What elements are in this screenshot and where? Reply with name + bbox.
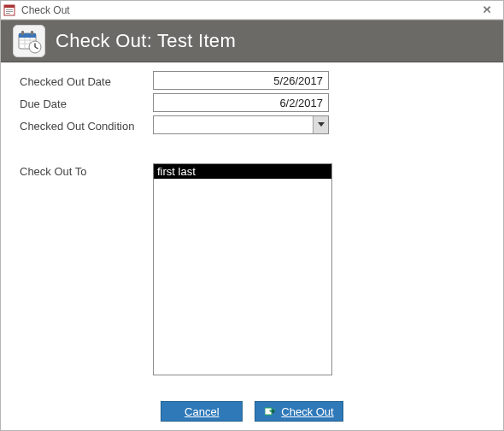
- header-title: Check Out: Test Item: [56, 30, 236, 52]
- cancel-button[interactable]: Cancel: [161, 401, 243, 422]
- checked-out-date-input[interactable]: [153, 71, 329, 90]
- row-checked-out-date: Checked Out Date: [20, 71, 484, 90]
- header-band: Check Out: Test Item: [1, 20, 503, 62]
- check-out-to-listbox[interactable]: first last: [153, 163, 332, 375]
- titlebar: Check Out: [1, 1, 503, 20]
- window-title: Check Out: [20, 4, 472, 16]
- row-condition: Checked Out Condition: [20, 115, 484, 134]
- check-out-to-label: Check Out To: [20, 163, 153, 178]
- chevron-down-icon[interactable]: [313, 116, 328, 133]
- condition-label: Checked Out Condition: [20, 118, 153, 133]
- svg-rect-7: [21, 31, 24, 35]
- form-icon: [3, 3, 16, 17]
- calendar-clock-icon: [13, 25, 45, 57]
- check-out-button-label: Check Out: [281, 405, 333, 418]
- svg-rect-2: [6, 9, 13, 10]
- row-check-out-to: Check Out To first last: [20, 163, 484, 375]
- close-button[interactable]: [476, 3, 500, 17]
- due-date-input[interactable]: [153, 93, 329, 112]
- list-item[interactable]: first last: [154, 164, 331, 179]
- form-area: Checked Out Date Due Date Checked Out Co…: [1, 62, 503, 391]
- svg-rect-1: [4, 5, 15, 8]
- row-due-date: Due Date: [20, 93, 484, 112]
- svg-rect-4: [6, 13, 10, 14]
- condition-value: [154, 116, 313, 133]
- checkout-dialog: Check Out Check Out: Tes: [0, 0, 504, 431]
- cancel-button-label: Cancel: [185, 405, 219, 418]
- due-date-label: Due Date: [20, 96, 153, 110]
- checked-out-date-label: Checked Out Date: [20, 74, 153, 88]
- check-out-button[interactable]: Check Out: [255, 401, 343, 422]
- svg-rect-3: [6, 11, 13, 12]
- checkout-action-icon: [264, 405, 276, 417]
- condition-combobox[interactable]: [153, 115, 329, 134]
- svg-rect-8: [31, 31, 33, 35]
- button-row: Cancel Check Out: [1, 391, 503, 430]
